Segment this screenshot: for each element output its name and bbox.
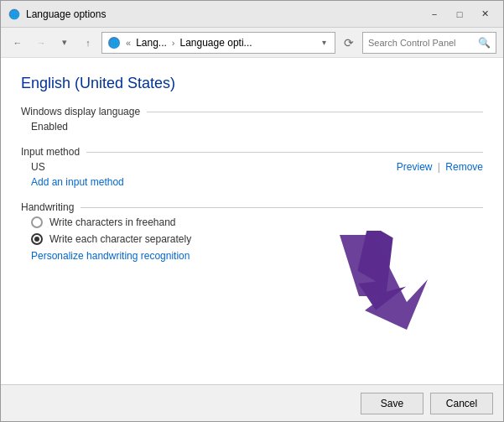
display-language-section: Windows display language Enabled [21,106,483,133]
input-method-section: Input method US Preview | Remove Add an … [21,146,483,188]
search-icon: 🔍 [478,37,491,49]
radio-freehand-label: Write characters in freehand [49,216,176,228]
radio-separate[interactable] [31,233,43,245]
remove-link[interactable]: Remove [445,161,483,173]
add-input-method-link[interactable]: Add an input method [31,176,124,188]
back-button[interactable]: ← [8,33,28,53]
content-area: English (United States) Windows display … [1,58,503,384]
cancel-button[interactable]: Cancel [430,393,493,414]
input-method-content: US Preview | Remove Add an input method [21,161,483,188]
preview-link[interactable]: Preview [397,161,433,173]
maximize-button[interactable]: □ [448,6,471,23]
minimize-button[interactable]: − [423,6,446,23]
input-method-header: Input method [21,146,483,158]
radio-separate-label: Write each character separately [49,233,191,245]
breadcrumb-sep1: « [126,38,131,48]
save-button[interactable]: Save [361,393,423,414]
window-icon: 🌐 [8,8,21,21]
svg-text:🌐: 🌐 [110,39,120,49]
nav-bar: ← → ▾ ↑ 🌐 « Lang... › Language opti... ▾… [1,28,503,58]
address-dropdown-button[interactable]: ▾ [319,38,330,47]
display-language-value: Enabled [31,121,483,133]
input-method-row: US Preview | Remove [31,161,483,173]
search-input[interactable] [368,38,475,48]
arrow-svg [327,231,436,331]
radio-item-freehand: Write characters in freehand [31,216,483,228]
breadcrumb-2[interactable]: Language opti... [180,37,252,49]
display-language-content: Enabled [21,121,483,133]
address-bar: 🌐 « Lang... › Language opti... ▾ [101,32,335,54]
up-button[interactable]: ↑ [78,33,98,53]
display-language-header: Windows display language [21,106,483,117]
close-button[interactable]: ✕ [473,6,496,23]
personalize-link[interactable]: Personalize handwriting recognition [31,250,190,262]
footer: Save Cancel [1,384,503,421]
title-bar: 🌐 Language options − □ ✕ [1,1,503,28]
breadcrumb-arrow: › [172,38,175,48]
input-method-links: Preview | Remove [397,161,483,173]
link-separator: | [438,161,443,173]
forward-button[interactable]: → [31,33,51,53]
recent-locations-button[interactable]: ▾ [55,33,75,53]
window-controls: − □ ✕ [423,6,496,23]
input-method-value: US [31,161,45,173]
page-title: English (United States) [21,75,483,92]
radio-freehand[interactable] [31,216,43,228]
handwriting-header: Handwriting [21,201,483,213]
window: 🌐 Language options − □ ✕ ← → ▾ ↑ 🌐 « Lan… [0,0,504,422]
svg-text:🌐: 🌐 [10,10,20,20]
breadcrumb-1[interactable]: Lang... [136,37,167,49]
refresh-button[interactable]: ⟳ [339,33,359,53]
search-bar: 🔍 [362,32,496,54]
window-title: Language options [26,8,423,20]
address-icon: 🌐 [107,36,121,49]
arrow-annotation [327,231,436,334]
